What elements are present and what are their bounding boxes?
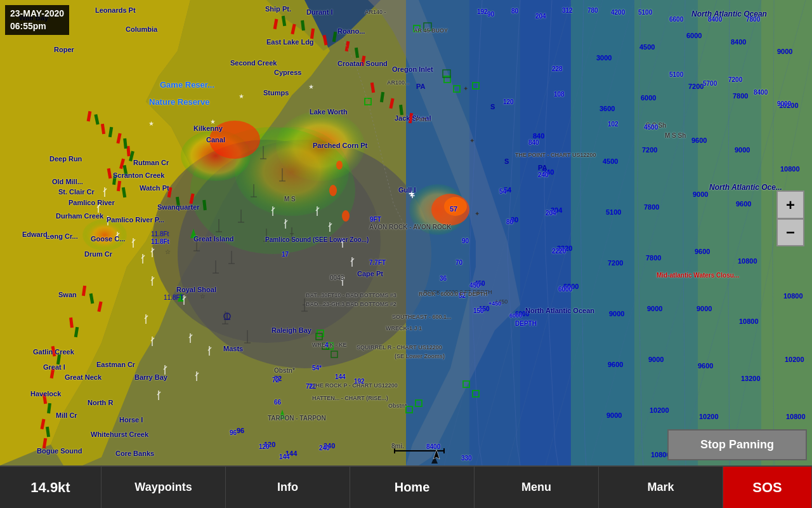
svg-text:204: 204	[551, 206, 563, 214]
svg-text:9000: 9000	[777, 48, 792, 55]
date-line2: 06:55pm	[10, 20, 64, 33]
svg-text:9000: 9000	[648, 356, 664, 363]
svg-text:★: ★	[148, 120, 154, 127]
svg-text:PA: PA	[416, 83, 426, 90]
svg-text:7800: 7800	[733, 92, 748, 100]
svg-text:+: +	[410, 190, 415, 201]
svg-text:9000: 9000	[647, 305, 662, 312]
svg-point-161	[336, 161, 343, 170]
svg-text:7800: 7800	[646, 254, 661, 262]
svg-text:★: ★	[210, 118, 216, 125]
svg-text:10800: 10800	[739, 318, 759, 325]
svg-text:240: 240	[324, 442, 335, 450]
waypoints-button[interactable]: Waypoints	[102, 467, 226, 508]
svg-text:11.8FT: 11.8FT	[164, 294, 184, 301]
svg-text:450: 450	[475, 280, 485, 287]
map-container[interactable]: ★ ★ ★ ★	[0, 0, 812, 465]
svg-text:✦: ✦	[463, 85, 468, 92]
svg-rect-55	[332, 32, 337, 43]
svg-text:✦: ✦	[469, 137, 475, 144]
svg-text:+450: +450	[495, 298, 508, 305]
svg-text:9000: 9000	[697, 305, 712, 312]
menu-button[interactable]: Menu	[475, 467, 599, 508]
svg-text:120: 120	[264, 441, 275, 448]
svg-text:3000: 3000	[596, 54, 612, 62]
svg-text:80: 80	[511, 216, 518, 224]
svg-text:7200: 7200	[608, 259, 623, 267]
date-line1: 23-MAY-2020	[10, 8, 64, 20]
svg-text:9600: 9600	[608, 361, 623, 368]
svg-text:✦: ✦	[475, 210, 480, 217]
svg-text:8400: 8400	[731, 38, 746, 46]
svg-text:S: S	[504, 157, 509, 165]
svg-text:★: ★	[308, 83, 314, 90]
svg-text:10200: 10200	[650, 406, 669, 414]
svg-text:☆: ☆	[200, 293, 206, 300]
svg-text:7200: 7200	[642, 146, 657, 154]
home-button[interactable]: Home	[350, 467, 475, 508]
svg-text:9600: 9600	[698, 362, 713, 370]
svg-text:10200: 10200	[785, 356, 804, 363]
datetime-display: 23-MAY-2020 06:55pm	[5, 5, 69, 35]
svg-text:2220: 2220	[557, 244, 572, 252]
zoom-in-button[interactable]: +	[776, 190, 804, 218]
svg-text:4500: 4500	[639, 43, 655, 51]
zoom-controls: + −	[776, 190, 804, 246]
stop-panning-button[interactable]: Stop Panning	[667, 429, 807, 460]
svg-text:PA: PA	[538, 164, 547, 171]
toolbar: 14.9kt Waypoints Info Home Menu Mark SOS	[0, 465, 812, 508]
svg-text:144: 144	[285, 450, 298, 457]
svg-text:150: 150	[479, 305, 490, 312]
svg-text:9000: 9000	[609, 310, 624, 318]
svg-text:10800: 10800	[783, 292, 803, 300]
sos-button[interactable]: SOS	[723, 467, 812, 508]
svg-text:5100: 5100	[606, 208, 621, 216]
svg-text:3600: 3600	[599, 105, 615, 112]
svg-text:10800: 10800	[738, 257, 757, 265]
svg-text:10200: 10200	[779, 102, 799, 109]
svg-text:ROCK - 6000.0 FT DEPTH: ROCK - 6000.0 FT DEPTH	[424, 289, 492, 295]
svg-text:9000: 9000	[606, 411, 622, 419]
svg-text:10800: 10800	[786, 413, 806, 420]
svg-text:10200: 10200	[699, 413, 719, 420]
zoom-out-button[interactable]: −	[776, 218, 804, 246]
svg-rect-4	[520, 0, 571, 465]
svg-text:96: 96	[237, 427, 244, 434]
svg-text:★: ★	[239, 93, 244, 100]
svg-text:7200: 7200	[688, 83, 704, 90]
svg-rect-6	[634, 0, 698, 465]
svg-text:6000: 6000	[563, 283, 579, 290]
svg-text:☆: ☆	[165, 248, 171, 255]
svg-text:54: 54	[504, 186, 512, 194]
svg-point-159	[329, 185, 337, 196]
svg-point-15	[209, 121, 260, 159]
svg-text:4500: 4500	[603, 157, 618, 165]
svg-text:6000: 6000	[641, 94, 656, 102]
svg-text:9600: 9600	[691, 137, 707, 144]
svg-text:6000: 6000	[686, 32, 702, 39]
map-svg: ★ ★ ★ ★	[0, 0, 812, 465]
svg-text:72: 72	[308, 382, 316, 390]
svg-point-160	[342, 210, 350, 222]
svg-point-16	[82, 219, 127, 251]
svg-point-17	[444, 197, 467, 216]
svg-text:9000: 9000	[735, 146, 750, 154]
svg-text:10800: 10800	[780, 165, 800, 173]
svg-text:840: 840	[533, 132, 544, 140]
svg-text:72: 72	[274, 375, 282, 382]
speed-display: 14.9kt	[0, 467, 102, 508]
svg-text:S: S	[490, 103, 495, 110]
svg-text:9600: 9600	[736, 200, 751, 208]
svg-text:9600: 9600	[695, 248, 710, 255]
svg-text:13200: 13200	[741, 375, 761, 382]
svg-text:9000: 9000	[693, 190, 708, 198]
svg-rect-7	[698, 0, 761, 465]
svg-text:7800: 7800	[644, 203, 659, 211]
svg-text:11.8Ft: 11.8Ft	[151, 231, 169, 237]
info-button[interactable]: Info	[226, 467, 350, 508]
svg-text:6000: 6000	[515, 311, 530, 318]
svg-rect-5	[571, 0, 634, 465]
mark-button[interactable]: Mark	[599, 467, 723, 508]
